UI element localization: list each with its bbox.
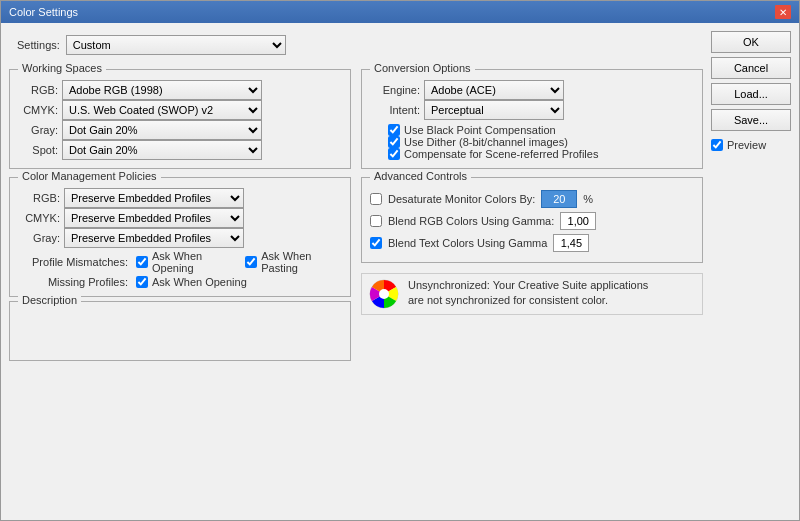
policy-cmyk-label: CMYK:	[18, 212, 60, 224]
policy-gray-label: Gray:	[18, 232, 60, 244]
blend-rgb-checkbox[interactable]	[370, 215, 382, 227]
window-title: Color Settings	[9, 6, 78, 18]
ask-opening-checkbox-row: Ask When Opening	[134, 250, 237, 274]
preview-label: Preview	[727, 139, 766, 151]
settings-dropdown[interactable]: Custom	[66, 35, 286, 55]
ask-opening2-label: Ask When Opening	[152, 276, 247, 288]
desaturate-input[interactable]: 20	[541, 190, 577, 208]
working-spaces-title: Working Spaces	[18, 62, 106, 74]
advanced-group: Advanced Controls Desaturate Monitor Col…	[361, 177, 703, 263]
preview-row: Preview	[711, 139, 791, 151]
black-point-label: Use Black Point Compensation	[404, 124, 556, 136]
blend-rgb-input[interactable]: 1,00	[560, 212, 596, 230]
color-management-group: Color Management Policies RGB: Preserve …	[9, 177, 351, 297]
left-column: Working Spaces RGB: Adobe RGB (1998) CMY…	[9, 65, 351, 361]
spot-dropdown[interactable]: Dot Gain 20%	[62, 140, 262, 160]
svg-point-1	[379, 289, 389, 299]
black-point-row: Use Black Point Compensation	[370, 124, 694, 136]
right-column: Conversion Options Engine: Adobe (ACE) I…	[361, 65, 703, 361]
conversion-title: Conversion Options	[370, 62, 475, 74]
dither-checkbox[interactable]	[388, 136, 400, 148]
rgb-field-row: RGB: Adobe RGB (1998)	[18, 80, 342, 100]
ask-opening2-checkbox-row: Ask When Opening	[134, 276, 247, 288]
policy-rgb-row: RGB: Preserve Embedded Profiles	[18, 188, 342, 208]
blend-text-input[interactable]: 1,45	[553, 234, 589, 252]
blend-rgb-row: Blend RGB Colors Using Gamma: 1,00	[370, 210, 694, 232]
ok-button[interactable]: OK	[711, 31, 791, 53]
intent-dropdown[interactable]: Perceptual	[424, 100, 564, 120]
missing-profiles-row: Missing Profiles: Ask When Opening	[18, 274, 342, 288]
preview-checkbox[interactable]	[711, 139, 723, 151]
ask-pasting-label: Ask When Pasting	[261, 250, 342, 274]
ask-opening-checkbox[interactable]	[136, 256, 148, 268]
engine-dropdown[interactable]: Adobe (ACE)	[424, 80, 564, 100]
gray-field-row: Gray: Dot Gain 20%	[18, 120, 342, 140]
ask-pasting-checkbox[interactable]	[245, 256, 257, 268]
intent-label: Intent:	[370, 104, 420, 116]
dither-label: Use Dither (8-bit/channel images)	[404, 136, 568, 148]
spot-field-row: Spot: Dot Gain 20%	[18, 140, 342, 160]
settings-label: Settings:	[17, 39, 60, 51]
sync-text: Unsynchronized: Your Creative Suite appl…	[408, 278, 648, 309]
close-button[interactable]: ✕	[775, 5, 791, 19]
blend-text-checkbox[interactable]	[370, 237, 382, 249]
advanced-title: Advanced Controls	[370, 170, 471, 182]
scene-label: Compensate for Scene-referred Profiles	[404, 148, 598, 160]
sidebar: OK Cancel Load... Save... Preview	[711, 31, 791, 512]
color-management-title: Color Management Policies	[18, 170, 161, 182]
policy-rgb-dropdown[interactable]: Preserve Embedded Profiles	[64, 188, 244, 208]
desaturate-row: Desaturate Monitor Colors By: 20 %	[370, 188, 694, 210]
cmyk-label: CMYK:	[18, 104, 58, 116]
policy-gray-row: Gray: Preserve Embedded Profiles	[18, 228, 342, 248]
blend-text-label: Blend Text Colors Using Gamma	[388, 237, 547, 249]
scene-row: Compensate for Scene-referred Profiles	[370, 148, 694, 160]
ask-pasting-checkbox-row: Ask When Pasting	[243, 250, 342, 274]
missing-profiles-label: Missing Profiles:	[18, 276, 128, 288]
load-button[interactable]: Load...	[711, 83, 791, 105]
rgb-label: RGB:	[18, 84, 58, 96]
rgb-dropdown[interactable]: Adobe RGB (1998)	[62, 80, 262, 100]
blend-rgb-label: Blend RGB Colors Using Gamma:	[388, 215, 554, 227]
titlebar: Color Settings ✕	[1, 1, 799, 23]
policy-gray-dropdown[interactable]: Preserve Embedded Profiles	[64, 228, 244, 248]
main-area: Settings: Custom Working Spaces RGB:	[9, 31, 703, 512]
sync-notice: Unsynchronized: Your Creative Suite appl…	[361, 273, 703, 315]
cmyk-dropdown[interactable]: U.S. Web Coated (SWOP) v2	[62, 100, 262, 120]
policy-cmyk-row: CMYK: Preserve Embedded Profiles	[18, 208, 342, 228]
save-button[interactable]: Save...	[711, 109, 791, 131]
cmyk-field-row: CMYK: U.S. Web Coated (SWOP) v2	[18, 100, 342, 120]
conversion-group: Conversion Options Engine: Adobe (ACE) I…	[361, 69, 703, 169]
policy-rgb-label: RGB:	[18, 192, 60, 204]
desaturate-checkbox[interactable]	[370, 193, 382, 205]
desaturate-label: Desaturate Monitor Colors By:	[388, 193, 535, 205]
ask-opening2-checkbox[interactable]	[136, 276, 148, 288]
color-settings-window: Color Settings ✕ Settings: Custom Workin…	[0, 0, 800, 521]
cancel-button[interactable]: Cancel	[711, 57, 791, 79]
blend-text-row: Blend Text Colors Using Gamma 1,45	[370, 232, 694, 254]
gray-dropdown[interactable]: Dot Gain 20%	[62, 120, 262, 140]
engine-label: Engine:	[370, 84, 420, 96]
description-title: Description	[18, 294, 81, 306]
settings-row: Settings: Custom	[9, 31, 703, 59]
sync-icon	[368, 278, 400, 310]
ask-opening-label: Ask When Opening	[152, 250, 237, 274]
working-spaces-group: Working Spaces RGB: Adobe RGB (1998) CMY…	[9, 69, 351, 169]
engine-row: Engine: Adobe (ACE)	[370, 80, 694, 100]
dither-row: Use Dither (8-bit/channel images)	[370, 136, 694, 148]
sync-text-line1: Unsynchronized: Your Creative Suite appl…	[408, 279, 648, 291]
black-point-checkbox[interactable]	[388, 124, 400, 136]
profile-mismatches-row: Profile Mismatches: Ask When Opening Ask…	[18, 248, 342, 274]
content-area: Settings: Custom Working Spaces RGB:	[1, 23, 799, 520]
sync-text-line2: are not synchronized for consistent colo…	[408, 294, 608, 306]
policy-cmyk-dropdown[interactable]: Preserve Embedded Profiles	[64, 208, 244, 228]
intent-row: Intent: Perceptual	[370, 100, 694, 120]
scene-checkbox[interactable]	[388, 148, 400, 160]
spot-label: Spot:	[18, 144, 58, 156]
profile-mismatches-label: Profile Mismatches:	[18, 256, 128, 268]
gray-label: Gray:	[18, 124, 58, 136]
description-group: Description	[9, 301, 351, 361]
two-column-layout: Working Spaces RGB: Adobe RGB (1998) CMY…	[9, 65, 703, 361]
desaturate-unit: %	[583, 193, 593, 205]
